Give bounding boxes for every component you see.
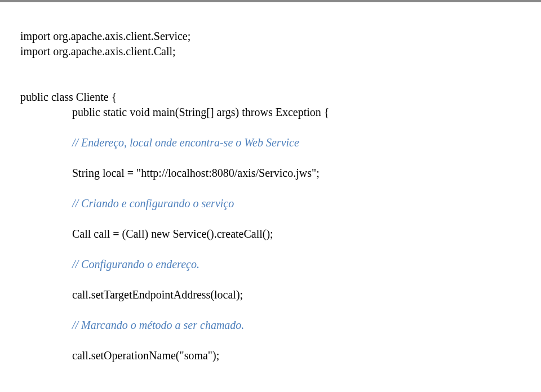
slide-content: import org.apache.axis.client.Service; i… — [0, 0, 541, 392]
code-line: public class Cliente { — [20, 91, 117, 103]
code-line: call.setTargetEndpointAddress(local); — [20, 287, 524, 302]
code-line: Call call = (Call) new Service().createC… — [20, 226, 524, 242]
code-line: String local = "http://localhost:8080/ax… — [20, 166, 524, 181]
code-comment: // Criando e configurando o serviço — [20, 196, 524, 211]
code-comment: // Configurando o endereço. — [20, 257, 524, 272]
code-line: import org.apache.axis.client.Service; — [20, 30, 190, 42]
code-comment: // Marcando o método a ser chamado. — [20, 318, 524, 333]
code-line: public static void main(String[] args) t… — [20, 105, 524, 120]
code-comment: // Endereço, local onde encontra-se o We… — [20, 135, 524, 150]
code-line: import org.apache.axis.client.Call; — [20, 45, 176, 57]
blank-line — [20, 59, 524, 74]
code-block: import org.apache.axis.client.Service; i… — [20, 14, 524, 392]
code-line: call.setOperationName("soma"); — [20, 348, 524, 363]
blank-line — [20, 378, 524, 392]
